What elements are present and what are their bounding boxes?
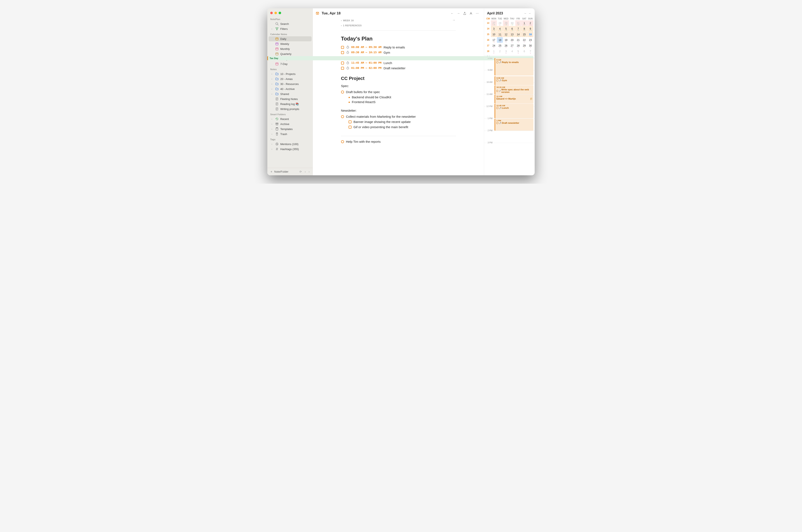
- calendar-day[interactable]: 5•: [515, 49, 521, 54]
- calendar-day[interactable]: 2○•: [527, 20, 533, 26]
- checkbox-icon[interactable]: [341, 67, 344, 70]
- filters-row[interactable]: › Filters: [269, 26, 312, 31]
- editor-body[interactable]: ›WEEK 16 ›1 REFERENCES → Today's Plan 08…: [313, 18, 484, 149]
- month-next-button[interactable]: →: [528, 11, 532, 16]
- sidebar-item-quarterly[interactable]: Quarterly: [269, 51, 312, 56]
- spec-task[interactable]: Draft bullets for the spec: [341, 90, 456, 94]
- calendar-day[interactable]: 17○•: [491, 37, 497, 43]
- calendar-day[interactable]: 2: [497, 49, 503, 54]
- subtask[interactable]: Gif or video presenting the main benefit: [349, 125, 456, 129]
- plan-task[interactable]: 11:45 AM – 01:00 PMLunch: [341, 61, 456, 65]
- calendar-day[interactable]: 30•: [527, 43, 533, 49]
- sidebar-smart-archive[interactable]: ›Archive: [269, 121, 312, 127]
- prev-icon[interactable]: ‹: [304, 170, 306, 173]
- calendar-week-num[interactable]: 18: [486, 49, 491, 54]
- checkbox-icon[interactable]: [341, 61, 344, 64]
- sidebar-smart-recent[interactable]: ›Recent: [269, 116, 312, 121]
- calendar-day[interactable]: 8○✓: [521, 26, 527, 32]
- calendar-day[interactable]: 28•: [515, 43, 521, 49]
- more-button[interactable]: ⋯: [475, 11, 479, 16]
- plan-task[interactable]: 01:00 PM – 02:00 PMDraft newsletter: [341, 66, 456, 70]
- sidebar-item-7-day[interactable]: 7-Day: [269, 61, 312, 66]
- timeline-event[interactable]: 11 AMEduard <> Martijn: [495, 95, 533, 103]
- references-link[interactable]: ›1 REFERENCES: [341, 23, 362, 28]
- calendar-day[interactable]: 4: [509, 49, 515, 54]
- calendar-week-num[interactable]: 13: [486, 20, 491, 26]
- week-link[interactable]: ›WEEK 16: [341, 18, 362, 23]
- add-icon[interactable]: ＋: [270, 170, 273, 174]
- calendar-day[interactable]: 28••: [497, 20, 503, 26]
- calendar-day[interactable]: 25•: [497, 43, 503, 49]
- timeline-event[interactable]: 8 AM Reply to emails: [495, 58, 533, 76]
- jump-forward-icon[interactable]: →: [452, 18, 456, 22]
- format-button[interactable]: [469, 11, 473, 16]
- plan-task[interactable]: 09:30 AM – 10:15 AMGym: [341, 51, 456, 54]
- calendar-day[interactable]: 5○✓: [503, 26, 509, 32]
- calendar-day[interactable]: 14○✓: [515, 32, 521, 37]
- calendar-week-num[interactable]: 15: [486, 32, 491, 37]
- calendar-day[interactable]: 26•: [503, 43, 509, 49]
- sidebar-note[interactable]: Writing prompts: [269, 107, 312, 111]
- calendar-day[interactable]: 6○✓: [509, 26, 515, 32]
- sidebar-tag[interactable]: ›Mentions (100): [269, 141, 312, 147]
- calendar-day[interactable]: 15○✓: [521, 32, 527, 37]
- subtask[interactable]: Banner image showing the recent update: [349, 120, 456, 124]
- plan-task[interactable]: 08:00 AM – 09:30 AMReply to emails: [341, 45, 456, 49]
- calendar-day[interactable]: 20•: [509, 37, 515, 43]
- calendar-day[interactable]: 3•: [503, 49, 509, 54]
- sidebar-folder[interactable]: ›40 - Archive: [269, 87, 312, 91]
- close-window-button[interactable]: [270, 12, 273, 14]
- sidebar-smart-trash[interactable]: ›Trash: [269, 132, 312, 136]
- sidebar-folder[interactable]: ›30 - Resources: [269, 81, 312, 87]
- sidebar-smart-templates[interactable]: ›Templates: [269, 127, 312, 132]
- timeline-event[interactable]: 1 PM Draft newsletter: [495, 119, 533, 131]
- calendar-day[interactable]: 1○✓: [521, 20, 527, 26]
- sidebar-note[interactable]: Fleeting Notes: [269, 96, 312, 101]
- calendar-week-num[interactable]: 17: [486, 43, 491, 49]
- calendar-day[interactable]: 6: [521, 49, 527, 54]
- calendar-day[interactable]: 19•: [503, 37, 509, 43]
- calendar-day[interactable]: 11○✓•: [497, 32, 503, 37]
- calendar-day[interactable]: 1•: [491, 49, 497, 54]
- sidebar-item-monthly[interactable]: Monthly: [269, 46, 312, 51]
- checkbox-icon[interactable]: [349, 120, 351, 124]
- minimize-window-button[interactable]: [274, 12, 277, 14]
- sidebar-item-daily[interactable]: Daily: [269, 36, 312, 41]
- calendar-day[interactable]: 7•: [527, 49, 533, 54]
- next-icon[interactable]: ›: [308, 170, 310, 173]
- month-prev-button[interactable]: ←: [523, 11, 528, 16]
- calendar-day[interactable]: 30○✓: [509, 20, 515, 26]
- newsletter-task[interactable]: Collect materials from Marketing for the…: [341, 115, 456, 118]
- calendar-day[interactable]: 24•: [491, 43, 497, 49]
- sidebar-item-weekly[interactable]: Weekly: [269, 41, 312, 46]
- calendar-day[interactable]: 22•: [521, 37, 527, 43]
- calendar-day[interactable]: 13○✓: [509, 32, 515, 37]
- nav-forward-button[interactable]: →: [456, 11, 460, 16]
- share-button[interactable]: [462, 11, 467, 16]
- calendar-day[interactable]: 27○✓: [491, 20, 497, 26]
- timeline-event[interactable]: 9:30 AM Gym: [495, 76, 533, 85]
- calendar-day[interactable]: 18○•: [497, 37, 503, 43]
- sidebar-note[interactable]: Reading log 📚: [269, 101, 312, 107]
- nav-back-button[interactable]: ←: [450, 11, 454, 16]
- calendar-day[interactable]: 27•: [509, 43, 515, 49]
- final-task[interactable]: Help Tim with the reports: [341, 140, 456, 144]
- sync-icon[interactable]: ⟳: [299, 170, 303, 173]
- checkbox-icon[interactable]: [341, 51, 344, 54]
- calendar-day[interactable]: 29○: [521, 43, 527, 49]
- calendar-day[interactable]: 31○✓: [515, 20, 521, 26]
- sidebar-tag[interactable]: ›Hashtags (355): [269, 147, 312, 152]
- calendar-day[interactable]: 9○✓: [527, 26, 533, 32]
- sidebar-folder[interactable]: ›Shared: [269, 91, 312, 96]
- checkbox-icon[interactable]: [349, 126, 351, 129]
- calendar-day[interactable]: 10○•: [491, 32, 497, 37]
- day-timeline[interactable]: 8 AM9 AM10 AM11 AM12 PM1 PM2 PM3 PM 8 AM…: [484, 58, 535, 175]
- calendar-day[interactable]: 4○✓: [497, 26, 503, 32]
- calendar-day[interactable]: 16○•: [527, 32, 533, 37]
- timeline-event[interactable]: 11:45 AM Lunch: [495, 104, 533, 118]
- calendar-day[interactable]: 3○✓: [491, 26, 497, 32]
- checkbox-icon[interactable]: [341, 46, 344, 49]
- calendar-day[interactable]: 21•: [515, 37, 521, 43]
- sidebar-folder[interactable]: ›10 - Projects: [269, 71, 312, 76]
- calendar-day[interactable]: 23•: [527, 37, 533, 43]
